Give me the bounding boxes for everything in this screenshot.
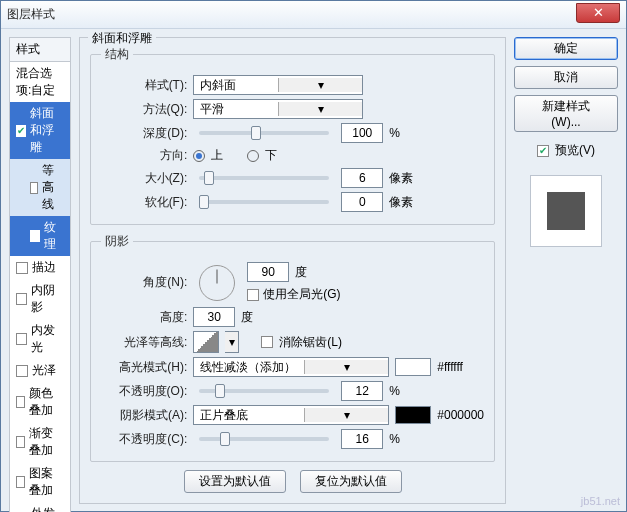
structure-legend: 结构 bbox=[101, 46, 133, 63]
size-input[interactable]: 6 bbox=[341, 168, 383, 188]
sidebar-checkbox[interactable] bbox=[30, 230, 40, 242]
preview-checkbox[interactable]: ✔ bbox=[537, 145, 549, 157]
sidebar-item-2[interactable]: 纹理 bbox=[10, 216, 70, 256]
style-label: 样式(T): bbox=[101, 77, 187, 94]
ok-button[interactable]: 确定 bbox=[514, 37, 618, 60]
chevron-down-icon[interactable]: ▾ bbox=[225, 331, 239, 353]
title-bar: 图层样式 ✕ bbox=[1, 1, 626, 29]
make-default-button[interactable]: 设置为默认值 bbox=[184, 470, 286, 493]
antialias-label: 消除锯齿(L) bbox=[279, 334, 342, 351]
preview-swatch bbox=[530, 175, 602, 247]
shadow-mode-dropdown[interactable]: 正片叠底 ▾ bbox=[193, 405, 389, 425]
preview-label: 预览(V) bbox=[555, 142, 595, 159]
sidebar-item-label: 内发光 bbox=[31, 322, 64, 356]
chevron-down-icon: ▾ bbox=[278, 102, 362, 116]
technique-label: 方法(Q): bbox=[101, 101, 187, 118]
use-global-light-checkbox[interactable] bbox=[247, 289, 259, 301]
shadow-opacity-label: 不透明度(C): bbox=[101, 431, 187, 448]
styles-sidebar: 样式 混合选项:自定 ✔斜面和浮雕等高线纹理描边内阴影内发光光泽颜色叠加渐变叠加… bbox=[9, 37, 71, 503]
depth-input[interactable]: 100 bbox=[341, 123, 383, 143]
shadow-opacity-input[interactable]: 16 bbox=[341, 429, 383, 449]
highlight-opacity-label: 不透明度(O): bbox=[101, 383, 187, 400]
sidebar-item-blend-options[interactable]: 混合选项:自定 bbox=[10, 62, 70, 102]
depth-label: 深度(D): bbox=[101, 125, 187, 142]
sidebar-item-label: 光泽 bbox=[32, 362, 56, 379]
direction-label: 方向: bbox=[101, 147, 187, 164]
size-slider[interactable] bbox=[199, 176, 329, 180]
highlight-opacity-slider[interactable] bbox=[199, 389, 329, 393]
reset-default-button[interactable]: 复位为默认值 bbox=[300, 470, 402, 493]
sidebar-item-7[interactable]: 颜色叠加 bbox=[10, 382, 70, 422]
sidebar-item-label: 颜色叠加 bbox=[29, 385, 64, 419]
technique-value: 平滑 bbox=[194, 101, 278, 118]
shadow-mode-value: 正片叠底 bbox=[194, 407, 304, 424]
size-unit: 像素 bbox=[389, 170, 419, 187]
sidebar-item-0[interactable]: ✔斜面和浮雕 bbox=[10, 102, 70, 159]
style-value: 内斜面 bbox=[194, 77, 278, 94]
shadow-color-swatch[interactable] bbox=[395, 406, 431, 424]
sidebar-checkbox[interactable] bbox=[16, 333, 27, 345]
close-icon[interactable]: ✕ bbox=[576, 3, 620, 23]
sidebar-item-1[interactable]: 等高线 bbox=[10, 159, 70, 216]
highlight-mode-value: 线性减淡（添加） bbox=[194, 359, 304, 376]
pct-unit: % bbox=[389, 432, 419, 446]
highlight-mode-dropdown[interactable]: 线性减淡（添加） ▾ bbox=[193, 357, 389, 377]
sidebar-checkbox[interactable] bbox=[16, 365, 28, 377]
window-title: 图层样式 bbox=[7, 6, 576, 23]
antialias-checkbox[interactable] bbox=[261, 336, 273, 348]
sidebar-item-label: 等高线 bbox=[42, 162, 64, 213]
angle-input[interactable]: 90 bbox=[247, 262, 289, 282]
highlight-color-text: #ffffff bbox=[437, 360, 463, 374]
shadow-color-text: #000000 bbox=[437, 408, 484, 422]
cancel-button[interactable]: 取消 bbox=[514, 66, 618, 89]
depth-slider[interactable] bbox=[199, 131, 329, 135]
highlight-mode-label: 高光模式(H): bbox=[101, 359, 187, 376]
sidebar-checkbox[interactable]: ✔ bbox=[16, 125, 26, 137]
technique-dropdown[interactable]: 平滑 ▾ bbox=[193, 99, 363, 119]
direction-down-radio[interactable] bbox=[247, 150, 259, 162]
direction-up-label: 上 bbox=[211, 147, 223, 164]
sidebar-item-3[interactable]: 描边 bbox=[10, 256, 70, 279]
sidebar-checkbox[interactable] bbox=[16, 476, 25, 488]
sidebar-item-9[interactable]: 图案叠加 bbox=[10, 462, 70, 502]
sidebar-checkbox[interactable] bbox=[16, 262, 28, 274]
sidebar-checkbox[interactable] bbox=[16, 436, 25, 448]
altitude-label: 高度: bbox=[101, 309, 187, 326]
new-style-button[interactable]: 新建样式(W)... bbox=[514, 95, 618, 132]
sidebar-item-4[interactable]: 内阴影 bbox=[10, 279, 70, 319]
sidebar-item-10[interactable]: 外发光 bbox=[10, 502, 70, 512]
sidebar-item-5[interactable]: 内发光 bbox=[10, 319, 70, 359]
dialog-window: 图层样式 ✕ 样式 混合选项:自定 ✔斜面和浮雕等高线纹理描边内阴影内发光光泽颜… bbox=[0, 0, 627, 512]
sidebar-item-8[interactable]: 渐变叠加 bbox=[10, 422, 70, 462]
use-global-light-label: 使用全局光(G) bbox=[263, 286, 340, 303]
sidebar-item-label: 斜面和浮雕 bbox=[30, 105, 64, 156]
effect-panel: 斜面和浮雕 结构 样式(T): 内斜面 ▾ 方法(Q): 平滑 bbox=[79, 37, 506, 503]
altitude-input[interactable]: 30 bbox=[193, 307, 235, 327]
sidebar-checkbox[interactable] bbox=[16, 396, 25, 408]
shading-legend: 阴影 bbox=[101, 233, 133, 250]
watermark-text: jb51.net bbox=[581, 495, 620, 507]
style-dropdown[interactable]: 内斜面 ▾ bbox=[193, 75, 363, 95]
sidebar-checkbox[interactable] bbox=[30, 182, 38, 194]
highlight-color-swatch[interactable] bbox=[395, 358, 431, 376]
angle-dial[interactable] bbox=[199, 265, 235, 301]
shadow-mode-label: 阴影模式(A): bbox=[101, 407, 187, 424]
sidebar-header: 样式 bbox=[9, 37, 71, 62]
angle-label: 角度(N): bbox=[101, 274, 187, 291]
sidebar-list: 混合选项:自定 ✔斜面和浮雕等高线纹理描边内阴影内发光光泽颜色叠加渐变叠加图案叠… bbox=[9, 62, 71, 512]
sidebar-item-6[interactable]: 光泽 bbox=[10, 359, 70, 382]
sidebar-item-label: 内阴影 bbox=[31, 282, 64, 316]
sidebar-item-label: 混合选项:自定 bbox=[16, 65, 64, 99]
gloss-contour-label: 光泽等高线: bbox=[101, 334, 187, 351]
soften-input[interactable]: 0 bbox=[341, 192, 383, 212]
highlight-opacity-input[interactable]: 12 bbox=[341, 381, 383, 401]
chevron-down-icon: ▾ bbox=[304, 360, 388, 374]
shadow-opacity-slider[interactable] bbox=[199, 437, 329, 441]
dialog-actions: 确定 取消 新建样式(W)... ✔ 预览(V) bbox=[514, 37, 618, 503]
soften-unit: 像素 bbox=[389, 194, 419, 211]
sidebar-checkbox[interactable] bbox=[16, 293, 27, 305]
sidebar-item-label: 渐变叠加 bbox=[29, 425, 64, 459]
direction-up-radio[interactable] bbox=[193, 150, 205, 162]
soften-slider[interactable] bbox=[199, 200, 329, 204]
gloss-contour-picker[interactable] bbox=[193, 331, 219, 353]
